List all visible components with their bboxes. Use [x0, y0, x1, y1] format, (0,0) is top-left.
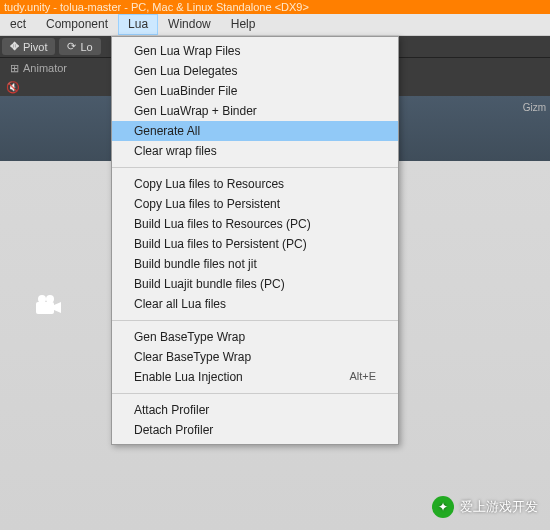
- menu-separator: [112, 393, 398, 394]
- gizmo-label: Gizm: [523, 102, 546, 113]
- menu-item[interactable]: Gen Lua Wrap Files: [112, 41, 398, 61]
- title-text: tudy.unity - tolua-master - PC, Mac & Li…: [4, 1, 309, 13]
- rotate-icon: ⟳: [67, 40, 76, 53]
- menu-separator: [112, 320, 398, 321]
- menu-item-label: Enable Lua Injection: [134, 370, 243, 384]
- menu-item[interactable]: Gen Lua Delegates: [112, 61, 398, 81]
- menu-item[interactable]: Build Luajit bundle files (PC): [112, 274, 398, 294]
- audio-icon: 🔇: [6, 81, 20, 94]
- menu-window[interactable]: Window: [158, 14, 221, 35]
- animator-label: Animator: [23, 62, 67, 74]
- menu-item[interactable]: Copy Lua files to Resources: [112, 174, 398, 194]
- menu-item-label: Build Lua files to Resources (PC): [134, 217, 311, 231]
- menu-item-label: Gen LuaWrap + Binder: [134, 104, 257, 118]
- wechat-icon: ✦: [432, 496, 454, 518]
- menu-help[interactable]: Help: [221, 14, 266, 35]
- svg-point-0: [38, 295, 46, 303]
- menu-item-label: Copy Lua files to Persistent: [134, 197, 280, 211]
- menu-item-label: Copy Lua files to Resources: [134, 177, 284, 191]
- lua-menu-dropdown: Gen Lua Wrap FilesGen Lua DelegatesGen L…: [111, 36, 399, 445]
- menu-item[interactable]: Enable Lua InjectionAlt+E: [112, 367, 398, 387]
- animator-icon: ⊞: [10, 62, 19, 75]
- menu-component[interactable]: Component: [36, 14, 118, 35]
- menu-item-label: Gen Lua Wrap Files: [134, 44, 241, 58]
- menu-item-label: Clear all Lua files: [134, 297, 226, 311]
- menu-ect[interactable]: ect: [0, 14, 36, 35]
- menu-item[interactable]: Detach Profiler: [112, 420, 398, 440]
- menu-item[interactable]: Gen LuaWrap + Binder: [112, 101, 398, 121]
- menu-item-label: Gen BaseType Wrap: [134, 330, 245, 344]
- menu-separator: [112, 167, 398, 168]
- menu-item-label: Generate All: [134, 124, 200, 138]
- svg-point-1: [46, 295, 54, 303]
- local-label: Lo: [80, 41, 92, 53]
- menu-item-label: Attach Profiler: [134, 403, 209, 417]
- menu-item-label: Build Lua files to Persistent (PC): [134, 237, 307, 251]
- menu-item-label: Build bundle files not jit: [134, 257, 257, 271]
- menu-item[interactable]: Build bundle files not jit: [112, 254, 398, 274]
- menu-item-label: Gen Lua Delegates: [134, 64, 237, 78]
- animator-tab[interactable]: ⊞ Animator: [10, 62, 67, 75]
- camera-icon: [34, 294, 62, 316]
- svg-marker-3: [54, 302, 61, 313]
- menu-item-shortcut: Alt+E: [349, 370, 376, 384]
- menu-item[interactable]: Clear all Lua files: [112, 294, 398, 314]
- menu-item[interactable]: Gen LuaBinder File: [112, 81, 398, 101]
- watermark-text: 爱上游戏开发: [460, 498, 538, 516]
- window-titlebar: tudy.unity - tolua-master - PC, Mac & Li…: [0, 0, 550, 14]
- menu-item-label: Gen LuaBinder File: [134, 84, 237, 98]
- menu-item[interactable]: Clear BaseType Wrap: [112, 347, 398, 367]
- menu-item[interactable]: Attach Profiler: [112, 400, 398, 420]
- menu-item-label: Detach Profiler: [134, 423, 213, 437]
- menu-item[interactable]: Generate All: [112, 121, 398, 141]
- local-button[interactable]: ⟳ Lo: [59, 38, 100, 55]
- menubar: ectComponentLuaWindowHelp: [0, 14, 550, 36]
- watermark: ✦ 爱上游戏开发: [432, 496, 538, 518]
- svg-rect-2: [36, 302, 54, 314]
- menu-item[interactable]: Build Lua files to Resources (PC): [112, 214, 398, 234]
- pivot-icon: ✥: [10, 40, 19, 53]
- menu-item[interactable]: Gen BaseType Wrap: [112, 327, 398, 347]
- menu-item-label: Clear BaseType Wrap: [134, 350, 251, 364]
- menu-item-label: Build Luajit bundle files (PC): [134, 277, 285, 291]
- pivot-label: Pivot: [23, 41, 47, 53]
- menu-item[interactable]: Build Lua files to Persistent (PC): [112, 234, 398, 254]
- menu-item-label: Clear wrap files: [134, 144, 217, 158]
- menu-item[interactable]: Copy Lua files to Persistent: [112, 194, 398, 214]
- menu-item[interactable]: Clear wrap files: [112, 141, 398, 161]
- menu-lua[interactable]: Lua: [118, 14, 158, 35]
- pivot-button[interactable]: ✥ Pivot: [2, 38, 55, 55]
